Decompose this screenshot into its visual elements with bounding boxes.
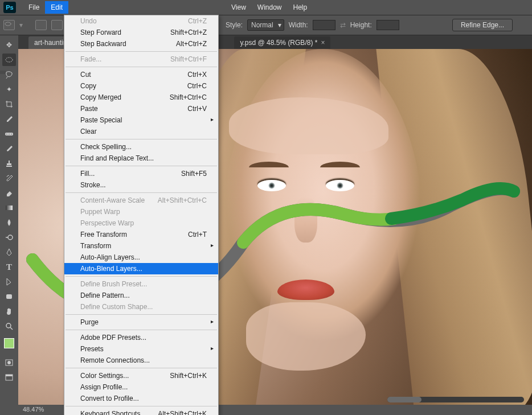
brush-tool-icon[interactable] [2,142,16,155]
tool-preset-icon[interactable] [3,20,15,30]
menu-fill[interactable]: Fill...Shift+F5 [64,168,218,179]
move-tool-icon[interactable]: ✥ [2,39,16,51]
eyedropper-tool-icon[interactable] [2,113,16,125]
eraser-tool-icon[interactable] [2,187,16,199]
swap-icon[interactable]: ⇄ [340,21,346,29]
menu-copy[interactable]: CopyCtrl+C [64,80,218,92]
close-icon[interactable]: × [321,39,325,47]
heal-tool-icon[interactable] [2,128,16,140]
style-select[interactable]: Normal ▾ [247,19,284,31]
height-input[interactable] [377,20,399,30]
width-label: Width: [289,21,308,29]
new-selection-icon[interactable] [35,20,47,30]
menu-step-forward[interactable]: Step ForwardShift+Ctrl+Z [64,27,218,38]
toolbox: ✥ ✦ T [0,35,18,384]
edit-menu-dropdown: UndoCtrl+ZStep ForwardShift+Ctrl+ZStep B… [64,15,219,415]
quickmask-icon[interactable] [2,356,16,369]
marquee-tool-icon[interactable] [2,54,16,66]
wand-tool-icon[interactable]: ✦ [2,83,16,96]
scrollbar-thumb[interactable] [387,397,421,402]
svg-point-13 [7,361,11,364]
menu-edit[interactable]: Edit [45,1,68,14]
menu-view[interactable]: View [226,1,252,14]
menu-keyboard-shortcuts[interactable]: Keyboard Shortcuts...Alt+Shift+Ctrl+K [64,408,218,415]
menu-paste[interactable]: PasteCtrl+V [64,103,218,114]
svg-point-10 [6,323,11,328]
foreground-color-swatch[interactable] [4,338,14,348]
nose [294,197,317,243]
svg-rect-9 [6,294,12,299]
svg-point-4 [9,134,10,135]
menu-cut[interactable]: CutCtrl+X [64,69,218,80]
refine-edge-button[interactable]: Refine Edge... [452,19,513,31]
width-input[interactable] [313,20,335,30]
svg-point-1 [6,57,13,62]
menu-content-aware-scale: Content-Aware ScaleAlt+Shift+Ctrl+C [64,195,218,206]
history-brush-tool-icon[interactable] [2,172,16,184]
menu-auto-align-layers[interactable]: Auto-Align Layers... [64,252,218,263]
app-logo: Ps [3,2,16,13]
menu-free-transform[interactable]: Free TransformCtrl+T [64,229,218,240]
menu-assign-profile[interactable]: Assign Profile... [64,381,218,393]
menu-find-and-replace-text[interactable]: Find and Replace Text... [64,153,218,164]
svg-rect-6 [6,206,13,210]
menu-window[interactable]: Window [252,1,288,14]
eye-left [257,180,286,191]
menu-help[interactable]: Help [288,1,313,14]
shape-tool-icon[interactable] [2,290,16,303]
stamp-tool-icon[interactable] [2,157,16,170]
height-label: Height: [350,21,372,29]
menu-puppet-warp: Puppet Warp [64,206,218,217]
svg-point-7 [8,235,13,240]
blur-tool-icon[interactable] [2,216,16,229]
tab-right[interactable]: y.psd @ 48.5% (RGB/8) *× [234,36,330,49]
menu-adobe-pdf-presets[interactable]: Adobe PDF Presets... [64,332,218,343]
svg-line-11 [10,327,13,330]
dodge-tool-icon[interactable] [2,231,16,244]
menu-copy-merged[interactable]: Copy MergedShift+Ctrl+C [64,92,218,103]
hand-tool-icon[interactable] [2,305,16,318]
menu-paste-special[interactable]: Paste Special [64,114,218,126]
status-zoom[interactable]: 48.47% [18,405,64,415]
horizontal-scrollbar[interactable] [387,397,524,402]
add-selection-icon[interactable] [51,20,63,30]
menu-color-settings[interactable]: Color Settings...Shift+Ctrl+K [64,370,218,381]
menu-auto-blend-layers[interactable]: Auto-Blend Layers... [64,263,218,274]
svg-point-5 [11,134,12,135]
menu-define-brush-preset: Define Brush Preset... [64,278,218,290]
svg-point-0 [5,22,11,26]
menu-clear[interactable]: Clear [64,126,218,137]
type-tool-icon[interactable]: T [2,261,16,273]
menu-remote-connections[interactable]: Remote Connections... [64,355,218,366]
lips [277,280,334,300]
zoom-tool-icon[interactable] [2,320,16,332]
eye-right [326,180,354,191]
screenmode-icon[interactable] [2,371,16,384]
svg-point-3 [6,134,7,135]
menu-fade: Fade...Shift+Ctrl+F [64,54,218,65]
menu-check-spelling[interactable]: Check Spelling... [64,141,218,153]
svg-rect-15 [6,375,13,376]
gradient-tool-icon[interactable] [2,202,16,214]
pen-tool-icon[interactable] [2,246,16,258]
style-label: Style: [226,21,243,29]
menu-file[interactable]: File [23,1,45,14]
menu-presets[interactable]: Presets [64,343,218,355]
menu-stroke[interactable]: Stroke... [64,179,218,191]
menu-perspective-warp: Perspective Warp [64,217,218,229]
menu-define-pattern[interactable]: Define Pattern... [64,290,218,301]
crop-tool-icon[interactable] [2,98,16,110]
menu-undo: UndoCtrl+Z [64,15,218,27]
path-tool-icon[interactable] [2,276,16,288]
menubar: Ps File Edit View Window Help [0,0,532,15]
menu-define-custom-shape: Define Custom Shape... [64,301,218,313]
menu-purge[interactable]: Purge [64,317,218,328]
menu-step-backward[interactable]: Step BackwardAlt+Ctrl+Z [64,38,218,50]
menu-transform[interactable]: Transform [64,240,218,252]
menu-convert-to-profile[interactable]: Convert to Profile... [64,393,218,404]
